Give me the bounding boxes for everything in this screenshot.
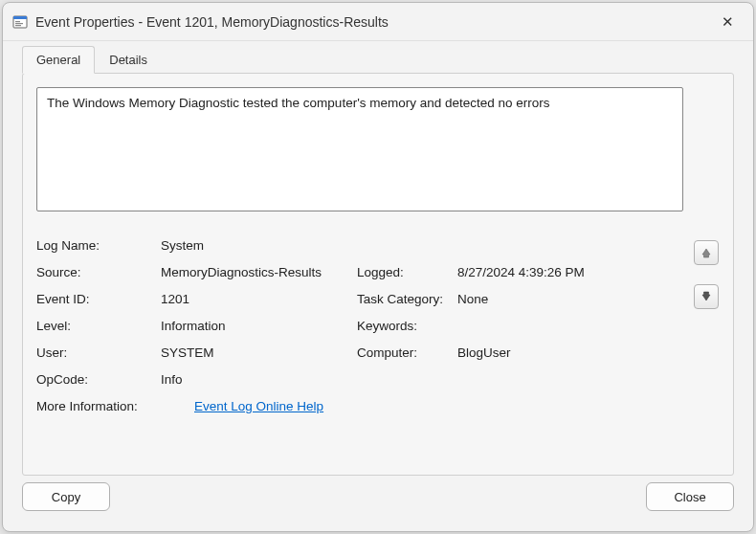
label-logname: Log Name: [36,233,161,259]
label-moreinfo: More Information: [36,393,194,420]
value-keywords [457,313,679,340]
row-eventid: Event ID: 1201 Task Category: None [36,286,679,313]
value-taskcategory: None [457,286,679,313]
close-button[interactable]: Close [646,482,734,511]
properties-grid: Log Name: System Source: MemoryDiagnosti… [36,233,683,420]
value-logged: 8/27/2024 4:39:26 PM [457,259,679,286]
label-level: Level: [36,313,161,340]
value-level: Information [161,313,357,340]
copy-button[interactable]: Copy [22,482,110,511]
label-opcode: OpCode: [36,367,161,393]
link-event-log-online-help[interactable]: Event Log Online Help [194,393,323,420]
tabs: General Details [9,42,747,74]
tab-panel-general: The Windows Memory Diagnostic tested the… [22,73,734,476]
close-icon: ✕ [722,13,734,31]
panel-main: The Windows Memory Diagnostic tested the… [36,87,683,461]
prev-event-button[interactable] [694,240,719,265]
row-moreinfo: More Information: Event Log Online Help [36,393,679,420]
svg-rect-4 [15,25,21,26]
nav-buttons [693,87,720,461]
row-logname: Log Name: System [36,233,679,259]
svg-rect-1 [13,16,27,19]
label-logged: Logged: [357,259,457,286]
label-computer: Computer: [357,340,457,367]
close-window-button[interactable]: ✕ [705,3,749,41]
label-user: User: [36,340,161,367]
svg-rect-2 [15,21,20,22]
svg-rect-3 [15,23,23,24]
label-eventid: Event ID: [36,286,161,313]
label-keywords: Keywords: [357,313,457,340]
value-eventid: 1201 [161,286,357,313]
value-user: SYSTEM [161,340,357,367]
app-icon [12,14,28,30]
arrow-up-icon [700,247,712,258]
tab-general[interactable]: General [22,46,95,74]
description-box[interactable]: The Windows Memory Diagnostic tested the… [36,87,683,211]
content-area: General Details The Windows Memory Diagn… [3,41,753,476]
arrow-down-icon [700,291,712,302]
row-user: User: SYSTEM Computer: BlogUser [36,340,679,367]
row-source: Source: MemoryDiagnostics-Results Logged… [36,259,679,286]
value-computer: BlogUser [457,340,679,367]
label-taskcategory: Task Category: [357,286,457,313]
event-properties-window: Event Properties - Event 1201, MemoryDia… [2,2,754,532]
next-event-button[interactable] [694,284,719,309]
value-logname: System [161,233,357,259]
row-level: Level: Information Keywords: [36,313,679,340]
value-opcode: Info [161,367,357,393]
window-title: Event Properties - Event 1201, MemoryDia… [35,14,705,30]
titlebar: Event Properties - Event 1201, MemoryDia… [3,3,753,41]
value-source: MemoryDiagnostics-Results [161,259,357,286]
row-opcode: OpCode: Info [36,367,679,393]
label-source: Source: [36,259,161,286]
footer: Copy Close [3,476,753,531]
tab-details[interactable]: Details [95,46,162,74]
